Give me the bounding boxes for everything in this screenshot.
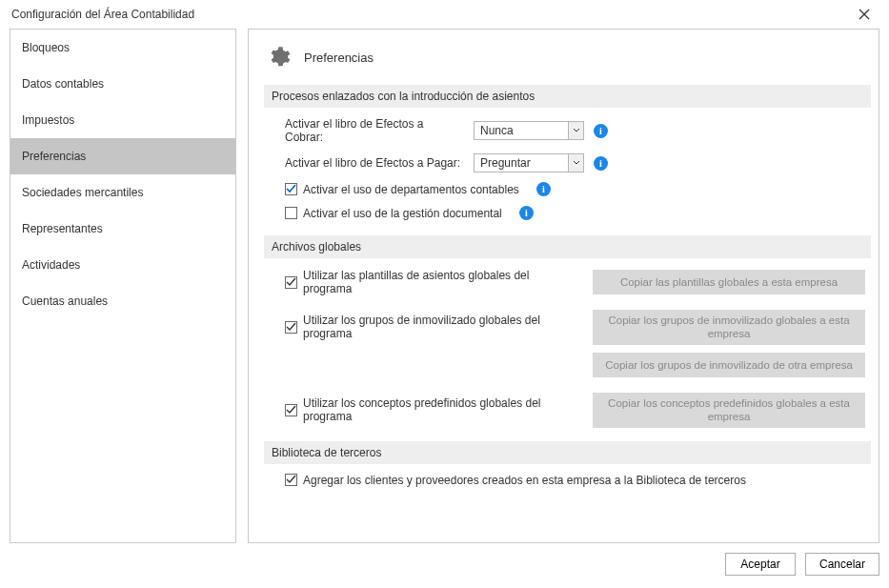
cobrar-combo-value: Nunca: [475, 122, 568, 139]
inmovilizado-checkbox[interactable]: [285, 321, 297, 334]
sidebar-item-bloqueos[interactable]: Bloqueos: [10, 30, 235, 66]
pagar-label: Activar el libro de Efectos a Pagar:: [285, 156, 464, 170]
pagar-combo[interactable]: Preguntar: [474, 153, 584, 172]
window-title: Configuración del Área Contabilidad: [11, 8, 194, 21]
section-header-procesos: Procesos enlazados con la introducción d…: [264, 85, 871, 108]
plantillas-label: Utilizar las plantillas de asientos glob…: [303, 269, 581, 295]
cancel-button[interactable]: Cancelar: [805, 553, 879, 576]
biblioteca-checkbox[interactable]: [285, 474, 297, 486]
copy-plantillas-button: Copiar las plantillas globales a esta em…: [593, 270, 865, 294]
conceptos-checkbox[interactable]: [285, 404, 297, 416]
gear-icon: [266, 45, 291, 70]
copy-inmovilizado-otra-button: Copiar los grupos de inmovilizado de otr…: [593, 353, 865, 377]
copy-inmovilizado-globales-button: Copiar los grupos de inmovilizado global…: [593, 310, 865, 345]
chevron-down-icon: [568, 154, 583, 172]
section-header-biblioteca: Biblioteca de terceros: [264, 441, 871, 464]
sidebar-item-sociedades[interactable]: Sociedades mercantiles: [10, 174, 235, 211]
sidebar-item-cuentas-anuales[interactable]: Cuentas anuales: [10, 283, 235, 319]
copy-conceptos-button: Copiar los conceptos predefinidos global…: [593, 393, 865, 428]
sidebar-item-preferencias[interactable]: Preferencias: [10, 138, 235, 174]
pagar-combo-value: Preguntar: [475, 154, 568, 172]
cobrar-label: Activar el libro de Efectos a Cobrar:: [285, 117, 464, 144]
info-icon[interactable]: i: [536, 182, 551, 196]
accept-button[interactable]: Aceptar: [725, 553, 796, 576]
conceptos-label: Utilizar los conceptos predefinidos glob…: [303, 396, 581, 423]
cobrar-combo[interactable]: Nunca: [474, 121, 584, 140]
close-icon: [859, 9, 870, 20]
sidebar-item-impuestos[interactable]: Impuestos: [10, 102, 235, 138]
inmovilizado-label: Utilizar los grupos de inmovilizado glob…: [303, 314, 581, 340]
section-header-archivos: Archivos globales: [264, 235, 871, 258]
sidebar: Bloqueos Datos contables Impuestos Prefe…: [10, 29, 236, 543]
info-icon[interactable]: i: [594, 124, 608, 138]
documental-checkbox[interactable]: [285, 207, 297, 219]
departamentos-label: Activar el uso de departamentos contable…: [303, 183, 519, 196]
biblioteca-label: Agregar los clientes y proveedores cread…: [303, 474, 746, 487]
close-button[interactable]: [845, 3, 883, 26]
sidebar-item-representantes[interactable]: Representantes: [10, 211, 235, 247]
chevron-down-icon: [568, 122, 583, 139]
sidebar-item-actividades[interactable]: Actividades: [10, 247, 235, 283]
page-title: Preferencias: [304, 51, 374, 65]
main-panel: Preferencias Procesos enlazados con la i…: [248, 29, 879, 543]
plantillas-checkbox[interactable]: [285, 276, 297, 289]
departamentos-checkbox[interactable]: [285, 183, 297, 195]
documental-label: Activar el uso de la gestión documental: [303, 207, 502, 220]
info-icon[interactable]: i: [519, 206, 534, 220]
sidebar-item-datos-contables[interactable]: Datos contables: [10, 66, 235, 102]
info-icon[interactable]: i: [594, 156, 608, 171]
